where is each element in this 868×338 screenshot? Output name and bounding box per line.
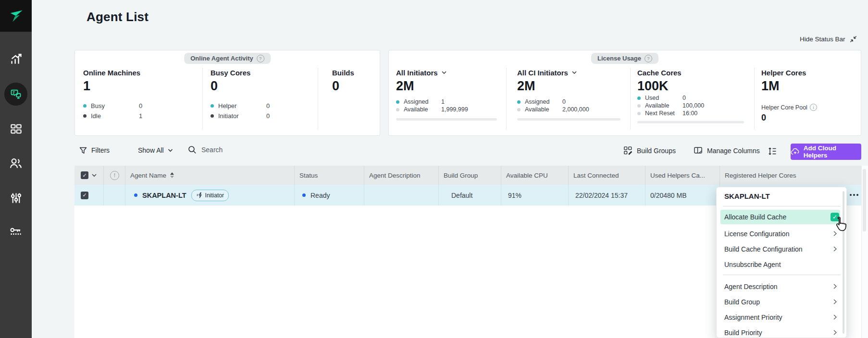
chevron-down-icon — [168, 149, 173, 152]
usage-progress-bar — [396, 118, 497, 121]
menu-item-license-configuration[interactable]: License Configuration — [717, 226, 847, 241]
analytics-icon — [9, 52, 23, 66]
all-initiators-value: 2M — [396, 79, 499, 93]
stat-assigned: Assigned 0 — [517, 98, 623, 106]
build-group-value: Default — [451, 192, 472, 199]
sidebar-item-agents[interactable] — [0, 81, 32, 108]
search-control[interactable]: Search — [188, 145, 223, 154]
busy-cores-value: 0 — [211, 79, 314, 93]
cache-cores-value: 100K — [637, 79, 747, 93]
search-icon — [188, 145, 197, 154]
filters-button[interactable]: Filters — [79, 146, 110, 154]
header-label: Agent Description — [369, 172, 421, 179]
stat-helper: Helper 0 — [211, 101, 314, 111]
online-agent-activity-tab-label: Online Agent Activity — [190, 55, 253, 62]
initiator-bolt-icon — [196, 192, 203, 198]
hide-status-bar-button[interactable]: Hide Status Bar — [800, 36, 857, 43]
menu-item-label: Build Cache Configuration — [724, 245, 803, 253]
filter-funnel-icon — [79, 147, 87, 154]
menu-item-agent-description[interactable]: Agent Description — [717, 279, 847, 294]
last-connected-value: 22/02/2024 15:37 — [575, 192, 628, 199]
header-label: Available CPU — [506, 172, 548, 179]
gray-dot-icon — [396, 108, 399, 111]
incredibuild-logo-icon — [8, 8, 24, 24]
row-select-cell: ✓ — [74, 185, 103, 205]
header-label: Agent Name — [130, 172, 166, 179]
allocate-build-cache-checkbox[interactable]: ✓ — [831, 213, 839, 221]
sidebar-item-settings[interactable] — [0, 184, 32, 211]
menu-item-build-group[interactable]: Build Group — [717, 294, 847, 310]
helper-cores-title: Helper Cores — [761, 69, 855, 77]
teal-dot-icon — [396, 100, 399, 104]
all-initiators-dropdown[interactable]: All Initiators — [396, 69, 499, 77]
helper-core-pool-row: Helper Core Pool i — [761, 104, 855, 111]
help-icon[interactable]: ? — [257, 55, 264, 62]
stat-value: 2,000,000 — [562, 106, 589, 113]
select-all-checkbox[interactable]: ✓ — [81, 171, 88, 179]
all-ci-initiators-dropdown[interactable]: All CI Initiators — [517, 69, 623, 77]
header-build-group: Build Group — [438, 166, 501, 185]
panel-divider — [630, 68, 631, 130]
agent-context-menu: SKAPLAN-LT Allocate Build Cache ✓ Licens… — [716, 187, 847, 338]
sidebar — [0, 0, 32, 338]
collapse-icon — [850, 36, 857, 43]
online-machines-value: 1 — [83, 79, 198, 93]
menu-item-build-priority[interactable]: Build Priority — [717, 325, 847, 338]
license-usage-tab[interactable]: License Usage ? — [591, 53, 658, 64]
sidebar-item-license[interactable] — [0, 219, 32, 246]
build-groups-label: Build Groups — [637, 147, 676, 155]
help-icon[interactable]: ? — [645, 55, 652, 62]
select-menu-chevron-icon[interactable] — [92, 174, 97, 177]
all-ci-initiators-value: 2M — [517, 79, 623, 93]
sidebar-item-analytics[interactable] — [0, 46, 32, 72]
row-last-connected-cell: 22/02/2024 15:37 — [568, 185, 645, 205]
menu-item-assignment-priority[interactable]: Assignment Priority — [717, 310, 847, 325]
row-density-button[interactable] — [768, 146, 777, 156]
menu-item-label: Unsubscribe Agent — [724, 261, 781, 268]
sidebar-item-users[interactable] — [0, 150, 32, 177]
table-scrollbar-thumb[interactable] — [863, 169, 866, 231]
context-menu-title: SKAPLAN-LT — [724, 192, 770, 200]
show-all-dropdown[interactable]: Show All — [138, 146, 173, 154]
stat-busy: Busy 0 — [83, 101, 198, 111]
dark-dot-icon — [83, 114, 87, 118]
menu-item-build-cache-configuration[interactable]: Build Cache Configuration — [717, 241, 847, 257]
build-groups-button[interactable]: Build Groups — [623, 146, 676, 155]
stat-available: Available 100,000 — [637, 102, 747, 109]
menu-scrollbar-thumb[interactable] — [843, 191, 844, 334]
header-label: Last Connected — [573, 172, 619, 179]
panel-divider — [318, 68, 318, 130]
add-cloud-helpers-button[interactable]: Add Cloud Helpers — [791, 144, 861, 160]
chevron-right-icon — [833, 231, 837, 236]
header-agent-name[interactable]: Agent Name — [125, 166, 294, 185]
sort-arrows-icon[interactable] — [170, 172, 174, 178]
teal-dot-icon — [211, 104, 214, 108]
stat-label: Available — [525, 106, 562, 113]
gray-dot-icon — [517, 108, 521, 111]
header-select-cell: ✓ — [74, 166, 103, 185]
stat-value: 1 — [139, 112, 142, 120]
builds-column: Builds 0 — [332, 69, 375, 93]
header-label: Registered Helper Cores — [725, 172, 796, 179]
chevron-down-icon — [442, 71, 446, 74]
menu-item-allocate-build-cache[interactable]: Allocate Build Cache — [720, 210, 840, 224]
chevron-right-icon — [833, 284, 837, 289]
panel-divider — [202, 68, 203, 130]
show-all-label: Show All — [138, 146, 164, 154]
sidebar-item-builds[interactable] — [0, 115, 32, 142]
menu-item-unsubscribe-agent[interactable]: Unsubscribe Agent — [717, 257, 847, 272]
manage-columns-button[interactable]: Manage Columns — [694, 146, 760, 155]
helper-core-pool-value: 0 — [761, 113, 855, 123]
stat-label: Assigned — [525, 98, 562, 105]
stat-label: Initiator — [218, 112, 266, 120]
header-label: Build Group — [444, 172, 478, 179]
row-checkbox[interactable]: ✓ — [81, 192, 88, 199]
stat-label: Assigned — [404, 98, 441, 105]
online-agent-activity-tab[interactable]: Online Agent Activity ? — [184, 53, 271, 64]
cloud-plus-icon — [791, 148, 800, 156]
info-icon[interactable]: i — [810, 104, 817, 111]
stat-value: 0 — [562, 98, 566, 105]
cache-cores-column: Cache Cores 100K Used 0 Available 100,00… — [637, 69, 747, 123]
app-root: Agent List Hide Status Bar Online Agent … — [0, 0, 868, 338]
row-more-options-button[interactable] — [850, 194, 858, 196]
